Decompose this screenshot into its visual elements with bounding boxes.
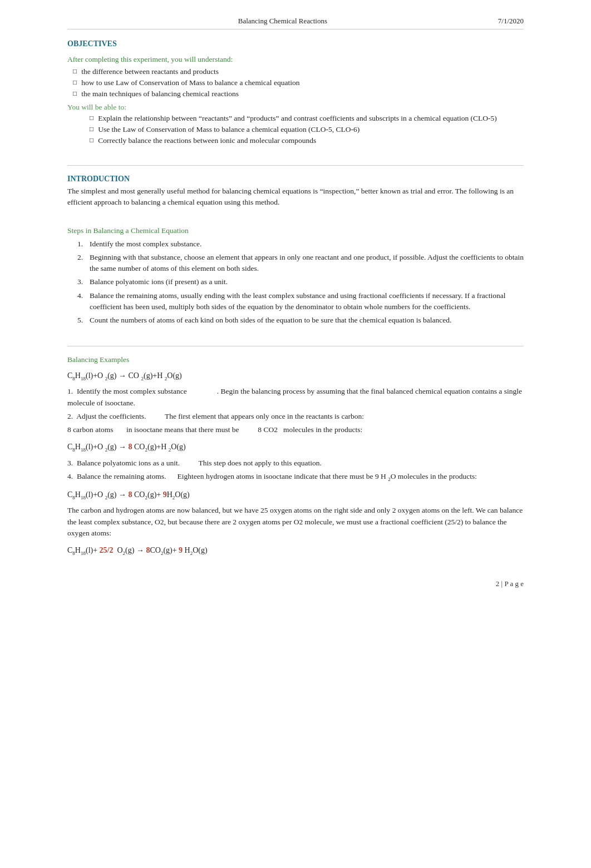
objectives-subtitle: After completing this experiment, you wi…	[67, 55, 524, 64]
example-step5-text: The carbon and hydrogen atoms are now ba…	[67, 505, 524, 539]
sub-bullet-3: □ Correctly balance the reactions betwee…	[90, 136, 524, 145]
sub-bullet-text-2: Use the Law of Conservation of Mass to b…	[98, 125, 359, 134]
divider-2	[67, 346, 524, 346]
step-text-2: Beginning with that substance, choose an…	[90, 252, 524, 275]
sub-bullet-2: □ Use the Law of Conservation of Mass to…	[90, 125, 524, 134]
equation-2: C8H18(l)+O 2(g) → 8 CO2(g)+H 2O(g)	[67, 441, 524, 454]
sub-bullet-char-2: □	[90, 125, 93, 133]
example-step4: 4. Balance the remaining atoms. Eighteen…	[67, 471, 524, 483]
bullet-char-3: □	[73, 90, 77, 98]
step-text-3: Balance polyatomic ions (if present) as …	[90, 276, 228, 287]
step-4: 4. Balance the remaining atoms, usually …	[77, 290, 524, 313]
example-step2a: 2. Adjust the coefficients. The first el…	[67, 411, 524, 422]
introduction-section: INTRODUCTION The simplest and most gener…	[67, 175, 524, 326]
divider-1	[67, 165, 524, 166]
examples-section: Balancing Examples C8H18(l)+O 2(g) → CO …	[67, 355, 524, 557]
sub-bullet-char-3: □	[90, 136, 93, 145]
steps-list: 1. Identify the most complex substance. …	[77, 239, 524, 326]
example-step2b: 8 carbon atoms in isooctane means that t…	[67, 424, 524, 435]
step-5: 5. Count the numbers of atoms of each ki…	[77, 315, 524, 326]
step-num-2: 2.	[77, 252, 90, 275]
you-will-label: You will be able to:	[67, 103, 524, 112]
objectives-title: OBJECTIVES	[67, 39, 524, 48]
header-center: Balancing Chemical Reactions	[238, 17, 327, 26]
sub-bullet-char-1: □	[90, 114, 93, 122]
examples-title: Balancing Examples	[67, 355, 524, 364]
bullet-2: □ how to use Law of Conservation of Mass…	[73, 78, 524, 87]
page-number: 2 | P a g e	[67, 579, 524, 588]
equation-3: C8H18(l)+O 2(g) → 8 CO2(g)+ 9H2O(g)	[67, 489, 524, 502]
bullet-char-2: □	[73, 78, 77, 87]
step-num-1: 1.	[77, 239, 90, 250]
steps-title: Steps in Balancing a Chemical Equation	[67, 226, 524, 235]
step-text-4: Balance the remaining atoms, usually end…	[90, 290, 524, 313]
step-3: 3. Balance polyatomic ions (if present) …	[77, 276, 524, 287]
step-num-4: 4.	[77, 290, 90, 313]
example-step1: 1. Identify the most complex substance .…	[67, 386, 524, 409]
objectives-section: OBJECTIVES After completing this experim…	[67, 39, 524, 145]
sub-bullet-text-1: Explain the relationship between “reacta…	[98, 114, 497, 123]
equation-1: C8H18(l)+O 2(g) → CO 2(g)+H 2O(g)	[67, 370, 524, 383]
header-right: 7/1/2020	[498, 17, 524, 26]
equation-4: C8H18(l)+ 25/2 O2(g) → 8CO2(g)+ 9 H2O(g)	[67, 544, 524, 557]
step-num-3: 3.	[77, 276, 90, 287]
bullet-text-3: the main techniques of balancing chemica…	[81, 90, 239, 98]
bullet-1: □ the difference between reactants and p…	[73, 67, 524, 76]
sub-bullet-text-3: Correctly balance the reactions between …	[98, 136, 316, 145]
step-text-5: Count the numbers of atoms of each kind …	[90, 315, 451, 326]
intro-title: INTRODUCTION	[67, 175, 524, 183]
step-text-1: Identify the most complex substance.	[90, 239, 201, 250]
sub-bullet-1: □ Explain the relationship between “reac…	[90, 114, 524, 123]
page-header: Balancing Chemical Reactions 7/1/2020	[67, 17, 524, 29]
step-num-5: 5.	[77, 315, 90, 326]
bullet-3: □ the main techniques of balancing chemi…	[73, 90, 524, 98]
bullet-char-1: □	[73, 67, 77, 76]
bullet-text-1: the difference between reactants and pro…	[81, 67, 219, 76]
intro-body: The simplest and most generally useful m…	[67, 186, 524, 209]
bullet-text-2: how to use Law of Conservation of Mass t…	[81, 78, 299, 87]
example-step3: 3. Balance polyatomic ions as a unit. Th…	[67, 458, 524, 469]
step-2: 2. Beginning with that substance, choose…	[77, 252, 524, 275]
step-1: 1. Identify the most complex substance.	[77, 239, 524, 250]
